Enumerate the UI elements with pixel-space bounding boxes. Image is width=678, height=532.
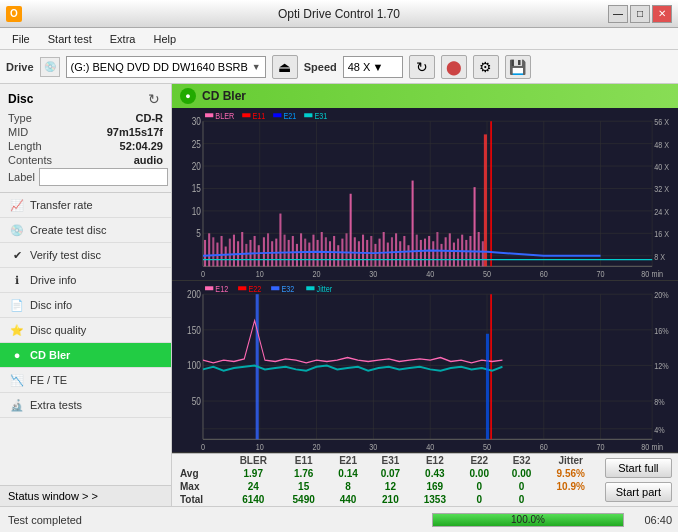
sidebar-label-cd-bler: CD Bler — [30, 349, 70, 361]
svg-rect-117 — [484, 134, 487, 266]
reset-button[interactable]: ⬤ — [441, 55, 467, 79]
stats-max-row: Max 24 15 8 12 169 0 0 10.9% — [172, 480, 599, 493]
drive-select[interactable]: (G:) BENQ DVD DD DW1640 BSRB ▼ — [66, 56, 266, 78]
max-label: Max — [172, 480, 226, 493]
svg-text:200: 200 — [187, 288, 201, 300]
svg-rect-59 — [245, 244, 247, 266]
col-e32: E32 — [500, 454, 542, 467]
svg-rect-49 — [204, 240, 206, 266]
max-e22: 0 — [458, 480, 500, 493]
col-e12: E12 — [412, 454, 459, 467]
start-part-button[interactable]: Start part — [605, 482, 672, 502]
status-window-label: Status window > > — [8, 490, 98, 502]
total-e12: 1353 — [412, 493, 459, 506]
avg-jitter: 9.56% — [543, 467, 599, 480]
svg-rect-43 — [242, 113, 250, 117]
sidebar-item-disc-quality[interactable]: ⭐ Disc quality — [0, 318, 171, 343]
speed-select[interactable]: 48 X ▼ — [343, 56, 403, 78]
svg-text:10: 10 — [256, 268, 264, 279]
disc-label-input[interactable] — [39, 168, 168, 186]
svg-rect-155 — [238, 286, 246, 290]
svg-text:20: 20 — [313, 268, 321, 279]
svg-rect-50 — [208, 233, 210, 266]
svg-text:25: 25 — [192, 138, 201, 150]
svg-rect-83 — [345, 233, 347, 266]
sidebar-item-drive-info[interactable]: ℹ Drive info — [0, 268, 171, 293]
sidebar-nav: 📈 Transfer rate 💿 Create test disc ✔ Ver… — [0, 193, 171, 485]
sidebar-item-transfer-rate[interactable]: 📈 Transfer rate — [0, 193, 171, 218]
menu-extra[interactable]: Extra — [102, 31, 144, 47]
col-label — [172, 454, 226, 467]
speed-dropdown-arrow: ▼ — [372, 61, 383, 73]
svg-text:E12: E12 — [215, 282, 228, 293]
svg-text:5: 5 — [196, 227, 201, 239]
drive-eject-button[interactable]: ⏏ — [272, 55, 298, 79]
sidebar-label-disc-quality: Disc quality — [30, 324, 86, 336]
refresh-button[interactable]: ↻ — [409, 55, 435, 79]
max-e21: 8 — [327, 480, 369, 493]
svg-rect-87 — [362, 235, 364, 267]
svg-text:50: 50 — [483, 440, 491, 451]
max-jitter: 10.9% — [543, 480, 599, 493]
svg-rect-104 — [432, 241, 434, 266]
disc-type-value: CD-R — [136, 112, 164, 124]
sidebar-item-fe-te[interactable]: 📉 FE / TE — [0, 368, 171, 393]
svg-rect-102 — [424, 239, 426, 267]
drive-value: (G:) BENQ DVD DD DW1640 BSRB — [71, 61, 248, 73]
sidebar-item-disc-info[interactable]: 📄 Disc info — [0, 293, 171, 318]
svg-rect-96 — [399, 241, 401, 266]
start-buttons: Start full Start part — [599, 454, 678, 506]
svg-rect-75 — [312, 235, 314, 267]
avg-e31: 0.07 — [369, 467, 411, 480]
save-button[interactable]: 💾 — [505, 55, 531, 79]
svg-text:150: 150 — [187, 323, 201, 335]
transfer-rate-icon: 📈 — [10, 198, 24, 212]
drive-label: Drive — [6, 61, 34, 73]
cd-bler-icon: ● — [10, 348, 24, 362]
close-button[interactable]: ✕ — [652, 5, 672, 23]
menu-file[interactable]: File — [4, 31, 38, 47]
disc-mid-row: MID 97m15s17f — [8, 126, 163, 138]
stats-avg-row: Avg 1.97 1.76 0.14 0.07 0.43 0.00 0.00 9… — [172, 467, 599, 480]
sidebar-item-create-test-disc[interactable]: 💿 Create test disc — [0, 218, 171, 243]
bler-header-icon: ● — [180, 88, 196, 104]
svg-text:12%: 12% — [654, 360, 669, 371]
svg-rect-106 — [440, 244, 442, 266]
svg-text:0: 0 — [201, 440, 205, 451]
menu-help[interactable]: Help — [145, 31, 184, 47]
svg-text:20%: 20% — [654, 289, 669, 300]
svg-rect-62 — [258, 245, 260, 266]
minimize-button[interactable]: — — [608, 5, 628, 23]
disc-contents-value: audio — [134, 154, 163, 166]
svg-rect-67 — [279, 214, 281, 267]
svg-text:48 X: 48 X — [654, 139, 669, 150]
svg-text:16 X: 16 X — [654, 228, 669, 239]
sidebar-item-verify-test-disc[interactable]: ✔ Verify test disc — [0, 243, 171, 268]
disc-contents-label: Contents — [8, 154, 52, 166]
speed-value: 48 X — [348, 61, 371, 73]
sidebar-label-disc-info: Disc info — [30, 299, 72, 311]
menu-start-test[interactable]: Start test — [40, 31, 100, 47]
svg-text:E32: E32 — [281, 282, 294, 293]
svg-rect-58 — [241, 232, 243, 266]
svg-text:40: 40 — [426, 440, 434, 451]
maximize-button[interactable]: □ — [630, 5, 650, 23]
progress-container: 100.0% — [428, 513, 628, 527]
disc-refresh-button[interactable]: ↻ — [145, 90, 163, 108]
sidebar-item-cd-bler[interactable]: ● CD Bler — [0, 343, 171, 368]
col-e21: E21 — [327, 454, 369, 467]
total-e11: 5490 — [280, 493, 327, 506]
disc-mid-value: 97m15s17f — [107, 126, 163, 138]
config-button[interactable]: ⚙ — [473, 55, 499, 79]
sidebar-item-extra-tests[interactable]: 🔬 Extra tests — [0, 393, 171, 418]
svg-text:70: 70 — [597, 440, 605, 451]
status-window-button[interactable]: Status window > > — [0, 485, 171, 506]
svg-rect-53 — [221, 236, 223, 266]
disc-title: Disc — [8, 92, 33, 106]
progress-label: 100.0% — [511, 514, 545, 525]
svg-rect-101 — [420, 240, 422, 266]
svg-rect-153 — [205, 286, 213, 290]
start-full-button[interactable]: Start full — [605, 458, 672, 478]
max-bler: 24 — [226, 480, 280, 493]
sidebar: Disc ↻ Type CD-R MID 97m15s17f Length 52… — [0, 84, 172, 506]
